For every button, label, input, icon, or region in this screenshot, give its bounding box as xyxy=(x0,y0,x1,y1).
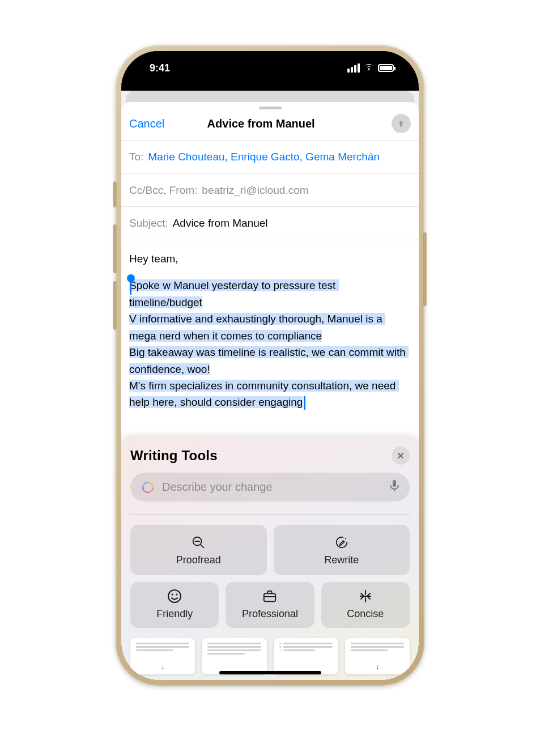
selected-text[interactable]: Spoke w Manuel yesterday to pressure tes… xyxy=(129,279,409,408)
cc-label: Cc/Bcc, From: xyxy=(129,183,197,198)
cc-from-field[interactable]: Cc/Bcc, From: beatriz_ri@icloud.com xyxy=(121,173,419,207)
input-placeholder: Describe your change xyxy=(162,481,382,494)
to-recipients[interactable]: Marie Chouteau, Enrique Gacto, Gema Merc… xyxy=(148,150,380,164)
apple-intelligence-icon xyxy=(141,480,155,495)
home-indicator[interactable] xyxy=(219,671,321,674)
microphone-icon[interactable] xyxy=(389,479,399,495)
arrow-up-icon xyxy=(397,119,406,128)
svg-point-11 xyxy=(176,594,178,596)
svg-line-6 xyxy=(201,545,204,548)
mute-switch xyxy=(113,181,117,207)
format-summary-button[interactable]: ↓ xyxy=(130,638,195,674)
divider xyxy=(130,514,410,515)
svg-point-9 xyxy=(168,590,181,602)
professional-label: Professional xyxy=(242,608,298,620)
battery-icon xyxy=(378,64,394,72)
briefcase-icon xyxy=(262,589,277,607)
mail-app: Cancel Advice from Manuel To: Marie Chou… xyxy=(121,91,419,680)
cellular-icon xyxy=(347,63,360,73)
rewrite-icon xyxy=(334,535,349,553)
compose-navbar: Cancel Advice from Manuel xyxy=(121,112,419,140)
format-table-button[interactable]: ↓ xyxy=(345,638,410,674)
selection-start-handle[interactable] xyxy=(127,274,135,282)
screen: 9:41 Cancel Advice from Manuel xyxy=(121,51,419,680)
phone-frame: 9:41 Cancel Advice from Manuel xyxy=(116,45,424,686)
format-options-row: ↓ xyxy=(130,635,410,674)
friendly-icon xyxy=(167,589,182,607)
friendly-button[interactable]: Friendly xyxy=(130,582,219,628)
proofread-label: Proofread xyxy=(176,554,221,566)
proofread-button[interactable]: Proofread xyxy=(130,525,267,575)
compose-title: Advice from Manuel xyxy=(130,117,392,130)
to-label: To: xyxy=(129,150,143,164)
selection-end-handle[interactable] xyxy=(304,396,305,410)
status-time: 9:41 xyxy=(150,62,170,74)
writing-tools-title: Writing Tools xyxy=(130,448,218,464)
close-button[interactable] xyxy=(392,447,410,465)
to-field[interactable]: To: Marie Chouteau, Enrique Gacto, Gema … xyxy=(121,140,419,173)
rewrite-button[interactable]: Rewrite xyxy=(274,525,410,575)
subject-value: Advice from Manuel xyxy=(173,216,268,231)
describe-change-input[interactable]: Describe your change xyxy=(130,473,410,502)
svg-point-1 xyxy=(142,481,155,494)
dynamic-island xyxy=(233,62,307,84)
svg-rect-12 xyxy=(264,593,275,601)
from-email: beatriz_ri@icloud.com xyxy=(202,183,308,198)
concise-label: Concise xyxy=(347,608,384,620)
volume-up-button xyxy=(113,224,117,273)
subject-field[interactable]: Subject: Advice from Manuel xyxy=(121,206,419,240)
subject-label: Subject: xyxy=(129,216,168,231)
rewrite-label: Rewrite xyxy=(324,554,359,566)
format-list-button[interactable] xyxy=(274,638,338,674)
body-greeting: Hey team, xyxy=(129,250,411,267)
concise-icon xyxy=(358,589,373,607)
professional-button[interactable]: Professional xyxy=(226,582,314,628)
friendly-label: Friendly xyxy=(156,608,193,620)
send-button[interactable] xyxy=(392,114,411,133)
compose-sheet: Cancel Advice from Manuel To: Marie Chou… xyxy=(121,102,419,680)
arrow-down-icon: ↓ xyxy=(161,663,164,671)
volume-down-button xyxy=(113,281,117,330)
svg-point-10 xyxy=(172,594,173,596)
proofread-icon xyxy=(191,535,206,553)
sheet-grabber[interactable] xyxy=(259,107,282,109)
svg-point-4 xyxy=(142,481,155,494)
power-button xyxy=(423,232,427,306)
writing-tools-panel: Writing Tools xyxy=(121,436,419,680)
close-icon xyxy=(397,452,405,460)
arrow-down-icon: ↓ xyxy=(376,663,379,671)
format-keypoints-button[interactable] xyxy=(202,638,266,674)
concise-button[interactable]: Concise xyxy=(321,582,410,628)
wifi-icon xyxy=(363,63,375,73)
